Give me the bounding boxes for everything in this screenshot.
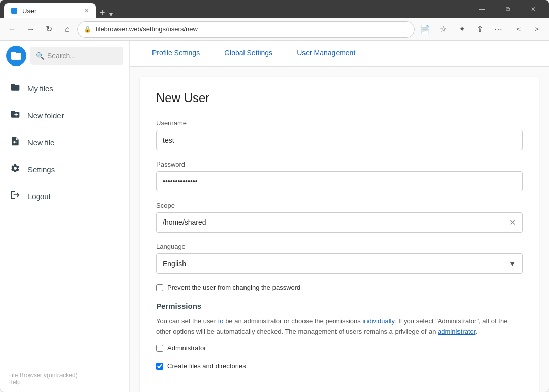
sidebar: 🔍 Search... My files New folder bbox=[0, 41, 130, 392]
password-input[interactable] bbox=[156, 171, 523, 191]
restore-button[interactable]: ⧉ bbox=[496, 2, 520, 17]
version-text: File Browser v(untracked) bbox=[8, 372, 121, 379]
tab-favicon bbox=[10, 7, 18, 15]
new-file-icon bbox=[10, 136, 20, 149]
sidebar-item-label: New file bbox=[27, 138, 54, 147]
new-tab-button[interactable]: + bbox=[96, 8, 109, 18]
scope-field[interactable]: /home/shared ✕ bbox=[156, 212, 523, 233]
search-bar[interactable]: 🔍 Search... bbox=[30, 47, 123, 65]
lock-icon: 🔒 bbox=[84, 26, 92, 33]
minimize-button[interactable]: — bbox=[471, 2, 494, 17]
home-button[interactable]: ⌂ bbox=[59, 21, 75, 38]
scope-clear-button[interactable]: ✕ bbox=[509, 218, 516, 227]
sidebar-item-label: Settings bbox=[27, 165, 55, 174]
app-logo[interactable] bbox=[6, 46, 26, 66]
password-label: Password bbox=[156, 160, 523, 168]
forward-button[interactable]: → bbox=[22, 21, 39, 38]
sidebar-item-settings[interactable]: Settings bbox=[0, 156, 129, 183]
svg-rect-0 bbox=[11, 8, 17, 14]
administrator-link[interactable]: administrator bbox=[438, 328, 475, 335]
page-title: New User bbox=[156, 91, 523, 105]
main-tabs: Profile Settings Global Settings User Ma… bbox=[130, 41, 549, 67]
collections-button[interactable]: ✦ bbox=[453, 21, 470, 38]
sidebar-nav: My files New folder New file bbox=[0, 71, 129, 366]
logo-icon bbox=[10, 50, 22, 62]
tab-global-settings[interactable]: Global Settings bbox=[212, 41, 285, 66]
reload-button[interactable]: ↻ bbox=[41, 21, 57, 38]
username-group: Username bbox=[156, 119, 523, 150]
dev-tools-right-button[interactable]: > bbox=[529, 21, 545, 38]
language-select[interactable]: English ▼ bbox=[156, 253, 523, 274]
sidebar-header: 🔍 Search... bbox=[0, 41, 129, 71]
main-content: New User Username Password bbox=[130, 67, 549, 392]
create-files-row: Create files and directories bbox=[156, 362, 523, 370]
sidebar-item-my-files[interactable]: My files bbox=[0, 75, 129, 102]
password-group: Password bbox=[156, 160, 523, 191]
main-area: Profile Settings Global Settings User Ma… bbox=[130, 41, 549, 392]
scope-label: Scope bbox=[156, 202, 523, 209]
settings-icon bbox=[10, 163, 20, 176]
help-link[interactable]: Help bbox=[8, 379, 21, 386]
tab-close-button[interactable]: ✕ bbox=[84, 7, 89, 14]
username-input[interactable] bbox=[156, 130, 523, 150]
folder-icon bbox=[10, 82, 20, 95]
tab-dropdown-button[interactable]: ▾ bbox=[109, 10, 113, 18]
scope-group: Scope /home/shared ✕ bbox=[156, 202, 523, 233]
share-button[interactable]: ⇪ bbox=[472, 21, 488, 38]
settings-menu-button[interactable]: ⋯ bbox=[490, 21, 506, 38]
sidebar-item-label: My files bbox=[27, 84, 53, 93]
sidebar-item-new-folder[interactable]: New folder bbox=[0, 102, 129, 129]
admin-checkbox[interactable] bbox=[156, 345, 163, 352]
sidebar-item-label: New folder bbox=[27, 111, 64, 120]
tab-user-management[interactable]: User Management bbox=[285, 41, 368, 66]
individually-link[interactable]: individually bbox=[362, 317, 394, 325]
reading-view-button[interactable]: 📄 bbox=[417, 21, 433, 38]
to-link[interactable]: to bbox=[218, 317, 224, 325]
favorites-button[interactable]: ☆ bbox=[435, 21, 451, 38]
prevent-password-label: Prevent the user from changing the passw… bbox=[167, 284, 300, 291]
language-value: English bbox=[163, 259, 186, 268]
admin-label: Administrator bbox=[167, 344, 206, 352]
search-placeholder: Search... bbox=[47, 52, 76, 60]
chevron-down-icon: ▼ bbox=[509, 259, 516, 268]
url-text: filebrowser.web/settings/users/new bbox=[96, 25, 408, 33]
sidebar-item-logout[interactable]: Logout bbox=[0, 183, 129, 210]
language-label: Language bbox=[156, 243, 523, 250]
search-icon: 🔍 bbox=[36, 52, 44, 60]
create-files-label: Create files and directories bbox=[167, 362, 246, 370]
permissions-desc: You can set the user to be an administra… bbox=[156, 316, 523, 336]
address-bar[interactable]: 🔒 filebrowser.web/settings/users/new bbox=[77, 21, 415, 38]
logout-icon bbox=[10, 190, 20, 203]
admin-row: Administrator bbox=[156, 344, 523, 352]
sidebar-item-new-file[interactable]: New file bbox=[0, 129, 129, 156]
content-card: New User Username Password bbox=[140, 77, 539, 392]
tab-profile-settings[interactable]: Profile Settings bbox=[140, 41, 212, 66]
create-files-checkbox[interactable] bbox=[156, 363, 163, 370]
browser-tab[interactable]: User ✕ bbox=[4, 3, 96, 18]
prevent-password-row: Prevent the user from changing the passw… bbox=[156, 284, 523, 291]
sidebar-footer: File Browser v(untracked) Help bbox=[0, 366, 129, 392]
scope-value: /home/shared bbox=[163, 218, 206, 226]
username-label: Username bbox=[156, 119, 523, 127]
tab-title: User bbox=[22, 7, 36, 15]
back-button[interactable]: ← bbox=[4, 21, 20, 38]
dev-tools-left-button[interactable]: < bbox=[510, 21, 527, 38]
permissions-section: Permissions You can set the user to be a… bbox=[156, 302, 523, 370]
close-button[interactable]: ✕ bbox=[522, 2, 545, 17]
permissions-title: Permissions bbox=[156, 302, 523, 310]
prevent-password-checkbox[interactable] bbox=[156, 284, 163, 291]
new-folder-icon bbox=[10, 109, 20, 122]
sidebar-item-label: Logout bbox=[27, 192, 51, 201]
language-group: Language English ▼ bbox=[156, 243, 523, 274]
